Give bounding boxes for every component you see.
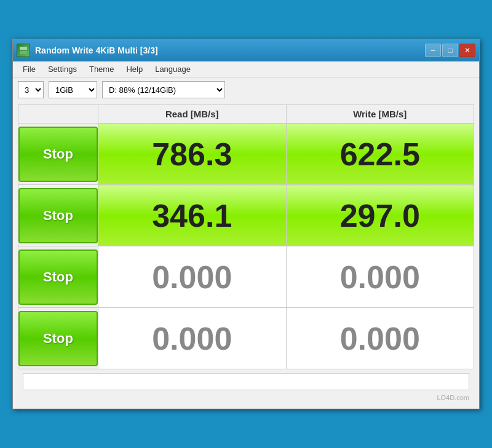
table-row: Stop0.0000.000 xyxy=(18,308,474,369)
watermark: LO4D.com xyxy=(18,393,474,404)
data-grid: Read [MB/s] Write [MB/s] Stop786.3622.5S… xyxy=(18,104,474,369)
size-select[interactable]: 1GiB 512MiB 2GiB xyxy=(49,81,97,98)
read-value-2: 346.1 xyxy=(98,185,287,246)
drive-select[interactable]: D: 88% (12/14GiB) C: 50% (100/200GiB) xyxy=(102,81,225,98)
table-row: Stop346.1297.0 xyxy=(18,185,474,246)
status-bar xyxy=(23,373,469,390)
main-window: Random Write 4KiB Multi [3/3] – □ ✕ File… xyxy=(12,39,480,409)
window-title: Random Write 4KiB Multi [3/3] xyxy=(35,45,158,55)
title-bar: Random Write 4KiB Multi [3/3] – □ ✕ xyxy=(13,39,479,61)
menu-theme[interactable]: Theme xyxy=(84,63,119,75)
svg-rect-0 xyxy=(20,47,27,50)
minimize-button[interactable]: – xyxy=(425,44,441,57)
toolbar: 3 1 2 4 8 1GiB 512MiB 2GiB D: 88% (12/14… xyxy=(13,77,479,102)
menu-settings[interactable]: Settings xyxy=(43,63,82,75)
stop-button-2[interactable]: Stop xyxy=(18,188,98,243)
menu-help[interactable]: Help xyxy=(121,63,148,75)
menu-file[interactable]: File xyxy=(18,63,41,75)
stop-button-4[interactable]: Stop xyxy=(18,311,98,366)
menu-language[interactable]: Language xyxy=(150,63,196,75)
maximize-button[interactable]: □ xyxy=(442,44,458,57)
write-value-2: 297.0 xyxy=(286,185,474,246)
title-bar-left: Random Write 4KiB Multi [3/3] xyxy=(17,44,158,57)
menu-bar: File Settings Theme Help Language xyxy=(13,61,479,77)
content-area: Read [MB/s] Write [MB/s] Stop786.3622.5S… xyxy=(13,102,479,409)
write-value-4: 0.000 xyxy=(286,308,474,369)
write-value-3: 0.000 xyxy=(286,246,474,308)
queue-select[interactable]: 3 1 2 4 8 xyxy=(18,81,44,98)
app-icon-svg xyxy=(19,46,28,55)
stop-button-1[interactable]: Stop xyxy=(18,127,98,182)
col-button-header xyxy=(18,105,98,124)
title-controls: – □ ✕ xyxy=(425,44,475,57)
read-value-3: 0.000 xyxy=(98,246,287,308)
col-write-header: Write [MB/s] xyxy=(286,105,474,124)
app-icon xyxy=(17,44,30,57)
write-value-1: 622.5 xyxy=(286,124,474,185)
svg-rect-1 xyxy=(20,51,27,54)
table-row: Stop0.0000.000 xyxy=(18,246,474,308)
table-row: Stop786.3622.5 xyxy=(18,124,474,185)
close-button[interactable]: ✕ xyxy=(459,44,475,57)
read-value-1: 786.3 xyxy=(98,124,287,185)
stop-button-3[interactable]: Stop xyxy=(18,250,98,305)
read-value-4: 0.000 xyxy=(98,308,287,369)
col-read-header: Read [MB/s] xyxy=(98,105,287,124)
